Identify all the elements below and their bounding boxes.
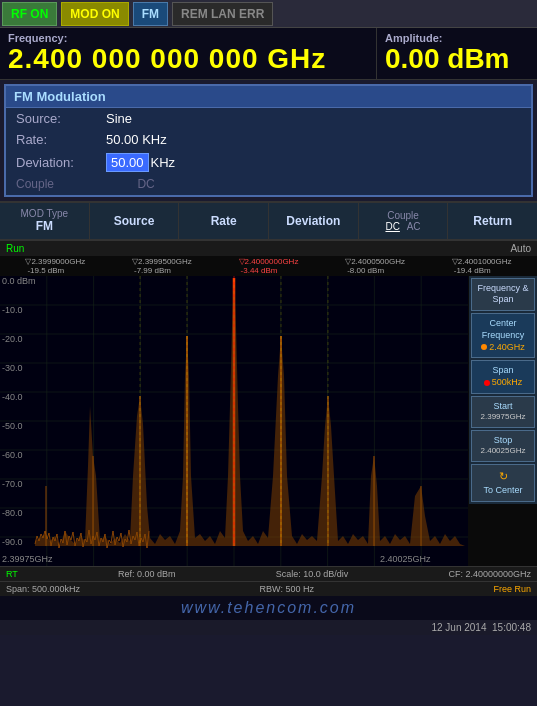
scale-value: Scale: 10.0 dB/div: [276, 569, 349, 579]
svg-text:-30.0: -30.0: [2, 363, 23, 373]
spectrum-svg: 0.0 dBm -10.0 -20.0 -30.0 -40.0 -50.0 -6…: [0, 276, 468, 566]
return-button[interactable]: Return: [448, 203, 537, 239]
span-status: Span: 500.000kHz: [6, 584, 80, 594]
marker-1: ▽2.3999000GHz-19.5 dBm: [25, 257, 85, 275]
fm-panel: FM Modulation Source: Sine Rate: 50.00 K…: [4, 84, 533, 197]
start-value: 2.39975GHz: [474, 412, 532, 422]
marker-4: ▽2.4000500GHz-8.00 dBm: [345, 257, 405, 275]
start-label: Start: [474, 401, 532, 413]
mod-buttons-row: MOD Type FM Source Rate Deviation Couple…: [0, 201, 537, 241]
marker-5: ▽2.4001000GHz-19.4 dBm: [452, 257, 512, 275]
mod-type-value: FM: [36, 219, 53, 233]
watermark-text: www.tehencom.com: [181, 599, 356, 616]
fm-couple-value: DC: [137, 177, 154, 191]
fm-rate-label: Rate:: [16, 132, 106, 147]
svg-text:-80.0: -80.0: [2, 508, 23, 518]
svg-text:-20.0: -20.0: [2, 334, 23, 344]
center-dot: [481, 344, 487, 350]
amplitude-section: Amplitude: 0.00 dBm: [377, 28, 537, 79]
fm-rate-row: Rate: 50.00 KHz: [6, 129, 531, 150]
start-button[interactable]: Start 2.39975GHz: [471, 396, 535, 428]
fm-couple-row: Couple DC: [6, 175, 531, 195]
top-bar: RF ON MOD ON FM REM LAN ERR: [0, 0, 537, 28]
cf-value: CF: 2.40000000GHz: [448, 569, 531, 579]
rfon-button[interactable]: RF ON: [2, 2, 57, 26]
run-label: Run: [6, 243, 24, 254]
fm-rate-value: 50.00 KHz: [106, 132, 167, 147]
svg-text:-60.0: -60.0: [2, 450, 23, 460]
mod-type-label: MOD Type: [21, 208, 69, 219]
deviation-label: Deviation: [286, 214, 340, 228]
stop-label: Stop: [474, 435, 532, 447]
spectrum-header: Run Auto: [0, 241, 537, 256]
rate-label: Rate: [211, 214, 237, 228]
svg-text:-70.0: -70.0: [2, 479, 23, 489]
ref-value: Ref: 0.00 dBm: [118, 569, 176, 579]
status-bar: RT Ref: 0.00 dBm Scale: 10.0 dB/div CF: …: [0, 566, 537, 581]
frequency-value: 2.400 000 000 000 GHz: [8, 44, 368, 75]
fm-button[interactable]: FM: [133, 2, 168, 26]
fm-source-row: Source: Sine: [6, 108, 531, 129]
status-bar-2: Span: 500.000kHz RBW: 500 Hz Free Run: [0, 581, 537, 596]
fm-deviation-label: Deviation:: [16, 155, 106, 170]
span-value: 500kHz: [474, 377, 532, 389]
mod-type-button[interactable]: MOD Type FM: [0, 203, 90, 239]
freq-span-label: Frequency & Span: [477, 283, 528, 305]
svg-text:2.40025GHz: 2.40025GHz: [380, 554, 431, 564]
span-label: Span: [474, 365, 532, 377]
stop-button[interactable]: Stop 2.40025GHz: [471, 430, 535, 462]
to-center-label: To Center: [474, 485, 532, 497]
modon-button[interactable]: MOD ON: [61, 2, 128, 26]
rbw-status: RBW: 500 Hz: [260, 584, 314, 594]
rem-button[interactable]: REM LAN ERR: [172, 2, 273, 26]
couple-button[interactable]: Couple DC AC: [359, 203, 449, 239]
couple-ac: AC: [407, 221, 421, 232]
svg-text:-50.0: -50.0: [2, 421, 23, 431]
spectrum-wrapper: 0.0 dBm -10.0 -20.0 -30.0 -40.0 -50.0 -6…: [0, 276, 537, 566]
fm-deviation-unit: KHz: [151, 155, 176, 170]
couple-dc: DC: [385, 221, 399, 232]
marker-2: ▽2.3999500GHz-7.99 dBm: [132, 257, 192, 275]
spectrum-area: Run Auto ▽2.3999000GHz-19.5 dBm ▽2.39995…: [0, 241, 537, 566]
freq-amp-row: Frequency: 2.400 000 000 000 GHz Amplitu…: [0, 28, 537, 80]
svg-text:-10.0: -10.0: [2, 305, 23, 315]
rate-button[interactable]: Rate: [179, 203, 269, 239]
fm-source-label: Source:: [16, 111, 106, 126]
time-label: 15:00:48: [492, 622, 531, 633]
date-label: 12 Jun 2014: [431, 622, 486, 633]
svg-text:0.0 dBm: 0.0 dBm: [2, 276, 36, 286]
source-button[interactable]: Source: [90, 203, 180, 239]
couple-options: DC AC: [383, 221, 422, 232]
span-dot: [484, 380, 490, 386]
couple-top-label: Couple: [387, 210, 419, 221]
center-freq-button[interactable]: Center Frequency 2.40GHz: [471, 313, 535, 358]
freq-span-button[interactable]: Frequency & Span: [471, 278, 535, 311]
fm-deviation-row: Deviation: 50.00 KHz: [6, 150, 531, 175]
center-freq-value: 2.40GHz: [474, 342, 532, 354]
source-label: Source: [114, 214, 155, 228]
amplitude-value: 0.00 dBm: [385, 44, 529, 75]
center-freq-label: Center Frequency: [474, 318, 532, 341]
stop-value: 2.40025GHz: [474, 446, 532, 456]
svg-text:-90.0: -90.0: [2, 537, 23, 547]
ref-indicator: RT: [6, 569, 18, 579]
datetime-row: 12 Jun 2014 15:00:48: [0, 620, 537, 635]
fm-deviation-value[interactable]: 50.00: [106, 153, 149, 172]
svg-text:2.39975GHz: 2.39975GHz: [2, 554, 53, 564]
deviation-button[interactable]: Deviation: [269, 203, 359, 239]
auto-label: Auto: [510, 243, 531, 254]
span-button[interactable]: Span 500kHz: [471, 360, 535, 393]
right-panel: Frequency & Span Center Frequency 2.40GH…: [469, 276, 537, 504]
svg-text:-40.0: -40.0: [2, 392, 23, 402]
fm-panel-title: FM Modulation: [6, 86, 531, 108]
free-run-status: Free Run: [493, 584, 531, 594]
fm-couple-label: Couple: [16, 177, 54, 191]
to-center-button[interactable]: ↻ To Center: [471, 464, 535, 502]
return-label: Return: [473, 214, 512, 228]
watermark: www.tehencom.com: [0, 596, 537, 620]
marker-3: ▽2.4000000GHz-3.44 dBm: [239, 257, 299, 275]
fm-source-value: Sine: [106, 111, 132, 126]
spectrum-main: 0.0 dBm -10.0 -20.0 -30.0 -40.0 -50.0 -6…: [0, 276, 537, 566]
frequency-section: Frequency: 2.400 000 000 000 GHz: [0, 28, 377, 79]
